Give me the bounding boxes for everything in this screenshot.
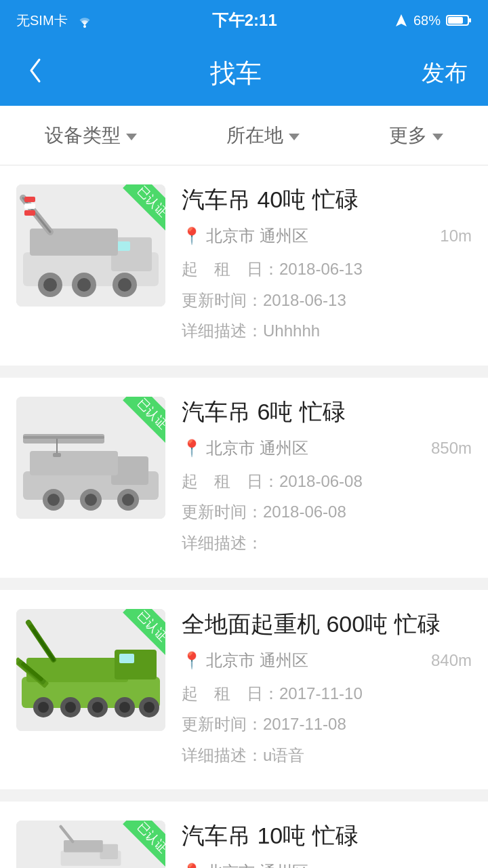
filter-location-label: 所在地 <box>226 123 283 149</box>
certified-badge: 已认证 <box>111 184 165 239</box>
item-meta: 起 租 日：2018-06-13 更新时间：2018-06-13 详细描述：Uh… <box>182 254 472 347</box>
start-date-value: 2018-06-08 <box>279 472 363 490</box>
certified-badge: 已认证 <box>111 397 165 451</box>
description-row: 详细描述： <box>182 528 472 559</box>
status-time: 下午2:11 <box>212 9 277 31</box>
item-image-wrap: 已认证 <box>16 821 165 868</box>
svg-point-48 <box>92 702 103 713</box>
update-time-value: 2018-06-13 <box>263 291 346 309</box>
svg-point-50 <box>119 702 130 713</box>
item-distance: 850m <box>431 439 472 458</box>
svg-rect-19 <box>24 210 35 216</box>
svg-rect-55 <box>64 840 103 852</box>
list-item[interactable]: 已认证 汽车吊 6吨 忙碌 📍 北京市 通州区 850m 起 租 日：2018-… <box>0 378 488 578</box>
chevron-down-icon <box>432 134 443 140</box>
item-location-row: 📍 北京市 通州区 840m <box>182 650 472 671</box>
description-label: 详细描述： <box>182 534 263 552</box>
description-value: u语音 <box>263 746 304 764</box>
item-location-text: 北京市 通州区 <box>206 225 308 247</box>
svg-line-42 <box>34 631 54 660</box>
svg-rect-17 <box>24 197 35 202</box>
start-date-value: 2018-06-13 <box>279 260 363 278</box>
svg-rect-18 <box>24 203 35 209</box>
item-location-text: 北京市 通州区 <box>206 437 308 459</box>
start-date-row: 起 租 日：2018-06-13 <box>182 254 472 285</box>
status-left: 无SIM卡 <box>16 12 95 30</box>
list-item[interactable]: 已认证 汽车吊 40吨 忙碌 📍 北京市 通州区 10m 起 租 日：2018-… <box>0 165 488 366</box>
certified-badge: 已认证 <box>111 609 165 663</box>
update-time-label: 更新时间： <box>182 715 263 733</box>
svg-point-46 <box>65 702 76 713</box>
location-pin-icon: 📍 <box>182 863 202 868</box>
svg-point-52 <box>144 702 155 713</box>
svg-rect-3 <box>469 18 471 22</box>
start-date-label: 起 租 日： <box>182 472 279 490</box>
certified-badge: 已认证 <box>111 821 165 868</box>
item-location: 📍 北京市 通州区 <box>182 437 308 459</box>
list-item[interactable]: 已认证 汽车吊 10吨 忙碌 📍 北京市 通州区 <box>0 802 488 868</box>
page-title: 找车 <box>210 56 262 91</box>
update-time-row: 更新时间：2018-06-13 <box>182 285 472 316</box>
battery-percent: 68% <box>413 13 441 28</box>
update-time-row: 更新时间：2017-11-08 <box>182 709 472 740</box>
location-pin-icon: 📍 <box>182 651 202 670</box>
item-image-wrap: 已认证 <box>16 184 165 307</box>
certified-text: 已认证 <box>123 184 165 231</box>
item-distance: 10m <box>440 226 472 245</box>
chevron-down-icon <box>126 134 137 140</box>
svg-point-0 <box>83 25 86 28</box>
list-item[interactable]: 已认证 全地面起重机 600吨 忙碌 📍 北京市 通州区 840m 起 租 日：… <box>0 590 488 790</box>
status-bar: 无SIM卡 下午2:11 68% <box>0 0 488 41</box>
description-label: 详细描述： <box>182 746 263 764</box>
item-content: 汽车吊 10吨 忙碌 📍 北京市 通州区 <box>182 821 472 868</box>
filter-more[interactable]: 更多 <box>389 123 443 149</box>
publish-button[interactable]: 发布 <box>422 58 468 89</box>
filter-bar: 设备类型 所在地 更多 <box>0 106 488 165</box>
start-date-row: 起 租 日：2018-06-08 <box>182 466 472 497</box>
item-image-wrap: 已认证 <box>16 397 165 519</box>
filter-more-label: 更多 <box>389 123 427 149</box>
filter-equipment-type-label: 设备类型 <box>45 123 121 149</box>
svg-point-28 <box>47 494 60 506</box>
item-title: 汽车吊 40吨 忙碌 <box>182 184 472 216</box>
description-row: 详细描述：u语音 <box>182 740 472 771</box>
item-location-row: 📍 北京市 通州区 <box>182 861 472 868</box>
start-date-value: 2017-11-10 <box>279 684 363 703</box>
svg-rect-26 <box>53 453 61 457</box>
nav-bar: 找车 发布 <box>0 41 488 106</box>
certified-text: 已认证 <box>123 397 165 443</box>
update-time-row: 更新时间：2018-06-08 <box>182 496 472 528</box>
status-right: 68% <box>394 13 472 28</box>
chevron-down-icon <box>289 134 300 140</box>
vehicle-list: 已认证 汽车吊 40吨 忙碌 📍 北京市 通州区 10m 起 租 日：2018-… <box>0 165 488 868</box>
wifi-icon <box>75 13 95 28</box>
svg-point-44 <box>38 702 49 713</box>
update-time-value: 2018-06-08 <box>263 502 346 521</box>
battery-icon <box>446 14 472 27</box>
item-location: 📍 北京市 通州区 <box>182 225 308 247</box>
item-location: 📍 北京市 通州区 <box>182 650 308 671</box>
item-title: 汽车吊 10吨 忙碌 <box>182 821 472 852</box>
item-meta: 起 租 日：2018-06-08 更新时间：2018-06-08 详细描述： <box>182 466 472 559</box>
description-value: Uhhhhh <box>263 321 320 340</box>
certified-text: 已认证 <box>123 821 165 867</box>
item-title: 汽车吊 6吨 忙碌 <box>182 397 472 428</box>
svg-rect-7 <box>117 241 130 251</box>
location-icon <box>394 13 408 28</box>
svg-point-14 <box>77 278 91 292</box>
back-button[interactable] <box>20 50 50 97</box>
svg-rect-4 <box>448 17 463 24</box>
start-date-label: 起 租 日： <box>182 260 279 278</box>
svg-point-12 <box>43 278 57 292</box>
item-location-text: 北京市 通州区 <box>206 650 308 671</box>
item-distance: 840m <box>431 651 472 670</box>
item-location-row: 📍 北京市 通州区 10m <box>182 225 472 247</box>
update-time-label: 更新时间： <box>182 291 263 309</box>
filter-location[interactable]: 所在地 <box>226 123 300 149</box>
filter-equipment-type[interactable]: 设备类型 <box>45 123 137 149</box>
item-meta: 起 租 日：2017-11-10 更新时间：2017-11-08 详细描述：u语… <box>182 678 472 771</box>
svg-rect-24 <box>23 436 104 439</box>
description-label: 详细描述： <box>182 321 263 340</box>
location-pin-icon: 📍 <box>182 439 202 458</box>
svg-rect-8 <box>30 229 118 256</box>
